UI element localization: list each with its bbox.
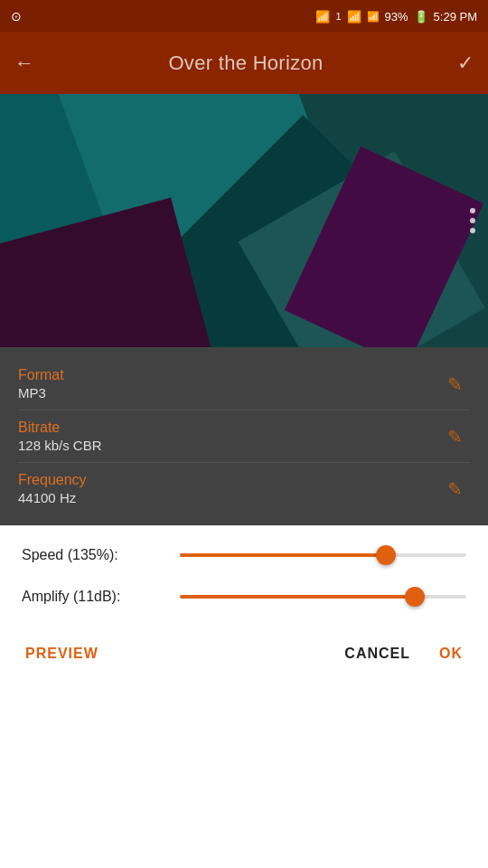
amplify-slider-row: Amplify (11dB): [22,586,466,608]
button-group-right: CANCEL OK [333,638,466,669]
format-label: Format [18,367,470,383]
confirm-button[interactable]: ✓ [457,52,474,75]
speed-fill [180,553,386,557]
preview-button[interactable]: PREVIEW [22,638,102,669]
speed-slider[interactable] [180,544,466,566]
speed-label: Speed (135%): [22,547,180,563]
format-edit-button[interactable]: ✎ [447,373,463,395]
bottom-dialog: Speed (135%): Amplify (11dB): PREVIEW CA… [0,525,488,687]
format-row: Format MP3 ✎ [18,358,470,410]
settings-panel: Format MP3 ✎ Bitrate 128 kb/s CBR ✎ Freq… [0,347,488,525]
frequency-value: 44100 Hz [18,490,470,505]
app-bar: ← Over the Horizon ✓ [0,33,488,94]
speed-slider-row: Speed (135%): [22,544,466,566]
frequency-row: Frequency 44100 Hz ✎ [18,463,470,514]
speed-track [180,553,466,557]
status-left: ⊙ [11,9,22,24]
cancel-button[interactable]: CANCEL [333,638,421,669]
bitrate-edit-button[interactable]: ✎ [447,426,463,448]
amplify-fill [180,595,415,599]
page-title: Over the Horizon [168,52,323,75]
amplify-label: Amplify (11dB): [22,589,180,605]
more-options-button[interactable] [470,208,475,233]
sim-icon: 1 [335,11,341,22]
battery-percent: 93% [385,10,408,24]
bitrate-row: Bitrate 128 kb/s CBR ✎ [18,410,470,463]
wifi-icon: 📶 [315,10,330,24]
album-art [0,94,488,347]
battery-icon: 🔋 [414,10,428,24]
amplify-thumb[interactable] [405,587,425,607]
bitrate-label: Bitrate [18,420,470,436]
notification-icon: ⊙ [11,9,22,24]
amplify-track [180,595,466,599]
time: 5:29 PM [434,10,477,24]
status-bar: ⊙ 📶 1 📶 📶 93% 🔋 5:29 PM [0,0,488,33]
signal-icon2: 📶 [367,11,380,23]
speed-thumb[interactable] [376,545,396,565]
signal-icon: 📶 [347,10,361,24]
frequency-edit-button[interactable]: ✎ [447,478,463,500]
dialog-buttons: PREVIEW CANCEL OK [22,627,466,687]
bitrate-value: 128 kb/s CBR [18,438,470,453]
amplify-slider[interactable] [180,586,466,608]
frequency-label: Frequency [18,472,470,488]
status-right: 📶 1 📶 📶 93% 🔋 5:29 PM [315,10,477,24]
back-button[interactable]: ← [14,52,34,75]
ok-button[interactable]: OK [436,638,466,669]
format-value: MP3 [18,385,470,401]
